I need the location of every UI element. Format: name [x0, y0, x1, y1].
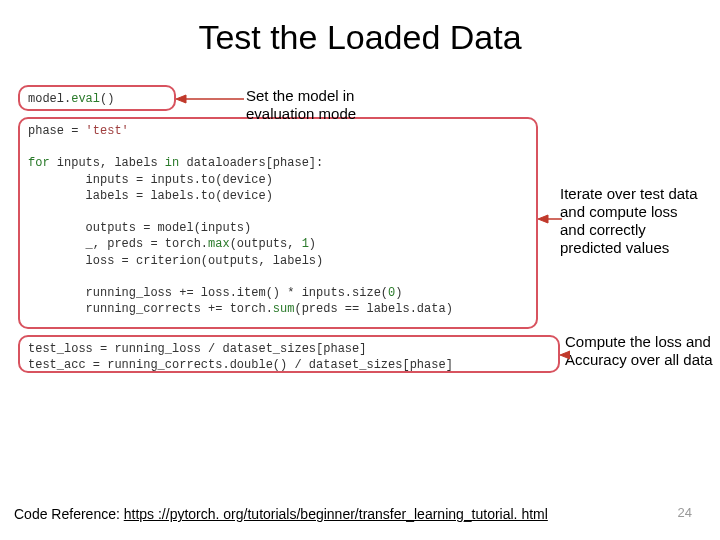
annotation-iterate: Iterate over test data and compute loss …: [560, 185, 705, 257]
c: _, preds = torch.: [28, 237, 208, 251]
code-text: model.: [28, 92, 71, 106]
c: (preds == labels.data): [294, 302, 452, 316]
code-box-results: test_loss = running_loss / dataset_sizes…: [18, 335, 560, 373]
c: loss = criterion(outputs, labels): [28, 254, 323, 268]
c: outputs = model(inputs): [28, 221, 251, 235]
svg-marker-4: [560, 351, 570, 359]
code-box-eval: model.eval(): [18, 85, 176, 111]
c: for: [28, 156, 50, 170]
c: ): [309, 237, 316, 251]
code-fn: eval: [71, 92, 100, 106]
c: inputs, labels: [50, 156, 165, 170]
c: in: [165, 156, 179, 170]
footer-reference: Code Reference: https ://pytorch. org/tu…: [14, 506, 548, 522]
code-box-loop: phase = 'test' for inputs, labels in dat…: [18, 117, 538, 329]
c: test_acc = running_corrects.double() / d…: [28, 358, 453, 372]
annotation-compute: Compute the loss and Accuracy over all d…: [565, 333, 715, 369]
arrow-icon: [538, 213, 562, 225]
c: phase =: [28, 124, 86, 138]
arrow-icon: [560, 349, 570, 361]
c: ): [395, 286, 402, 300]
c: max: [208, 237, 230, 251]
slide-body: model.eval() phase = 'test' for inputs, …: [0, 75, 720, 480]
code-text: (): [100, 92, 114, 106]
svg-marker-3: [538, 215, 548, 223]
c: 'test': [86, 124, 129, 138]
c: test_loss = running_loss / dataset_sizes…: [28, 342, 366, 356]
footer-link[interactable]: https ://pytorch. org/tutorials/beginner…: [124, 506, 548, 522]
annotation-eval-mode: Set the model in evaluation mode: [246, 87, 406, 123]
page-number: 24: [678, 505, 692, 520]
c: running_loss += loss.item() * inputs.siz…: [28, 286, 388, 300]
c: inputs = inputs.to(device): [28, 173, 273, 187]
c: running_corrects += torch.: [28, 302, 273, 316]
footer-label: Code Reference:: [14, 506, 124, 522]
arrow-icon: [176, 93, 244, 105]
svg-marker-1: [176, 95, 186, 103]
c: sum: [273, 302, 295, 316]
c: 1: [302, 237, 309, 251]
c: labels = labels.to(device): [28, 189, 273, 203]
slide-title: Test the Loaded Data: [0, 18, 720, 57]
c: (outputs,: [230, 237, 302, 251]
c: dataloaders[phase]:: [179, 156, 323, 170]
